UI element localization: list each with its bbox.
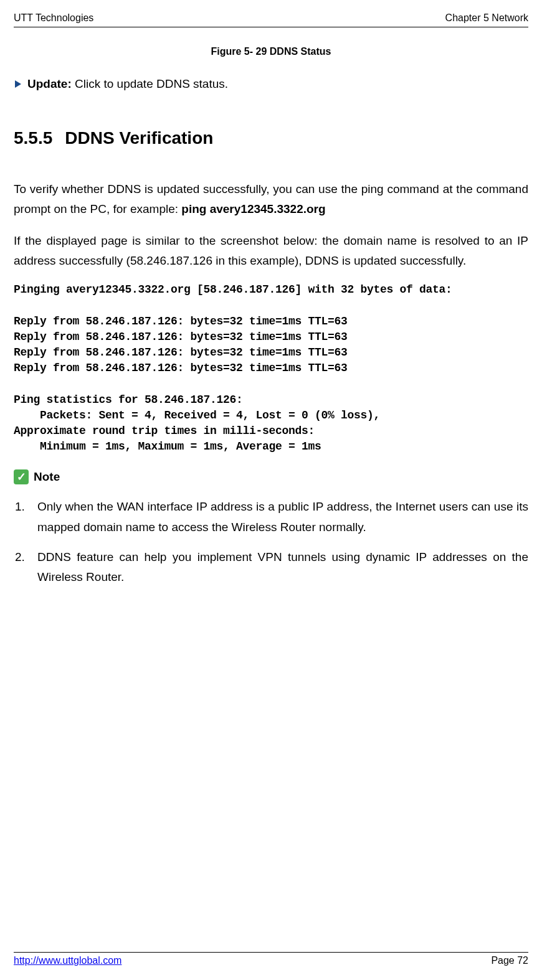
list-item: 1. Only when the WAN interface IP addres… <box>15 497 528 537</box>
note-list: 1. Only when the WAN interface IP addres… <box>14 497 528 587</box>
page-footer: http://www.uttglobal.com Page 72 <box>14 952 528 966</box>
note-number-2: 2. <box>15 547 37 588</box>
figure-caption: Figure 5- 29 DDNS Status <box>14 46 528 57</box>
paragraph-2: If the displayed page is similar to the … <box>14 231 528 271</box>
update-description: Click to update DDNS status. <box>75 77 228 90</box>
section-title: DDNS Verification <box>65 128 213 148</box>
section-number: 5.5.5 <box>14 128 52 148</box>
note-number-1: 1. <box>15 497 37 537</box>
update-text: Update: Click to update DDNS status. <box>27 77 228 91</box>
page-header: UTT Technologies Chapter 5 Network <box>14 12 528 27</box>
page-number: Page 72 <box>491 955 528 966</box>
footer-link[interactable]: http://www.uttglobal.com <box>14 955 121 966</box>
header-right: Chapter 5 Network <box>445 12 528 24</box>
para1-command: ping avery12345.3322.org <box>181 202 325 215</box>
paragraph-1: To verify whether DDNS is updated succes… <box>14 179 528 220</box>
update-label: Update: <box>27 77 72 90</box>
note-text-1: Only when the WAN interface IP address i… <box>37 497 528 537</box>
ping-output-block: Pinging avery12345.3322.org [58.246.187.… <box>14 282 528 455</box>
checkmark-icon: ✓ <box>14 469 29 484</box>
list-item: 2. DDNS feature can help you implement V… <box>15 547 528 588</box>
note-label: Note <box>34 470 60 484</box>
header-left: UTT Technologies <box>14 12 93 24</box>
update-row: Update: Click to update DDNS status. <box>14 77 528 91</box>
note-text-2: DDNS feature can help you implement VPN … <box>37 547 528 588</box>
arrow-right-icon <box>15 80 21 88</box>
section-heading: 5.5.5DDNS Verification <box>14 128 528 148</box>
note-header: ✓ Note <box>14 469 528 484</box>
